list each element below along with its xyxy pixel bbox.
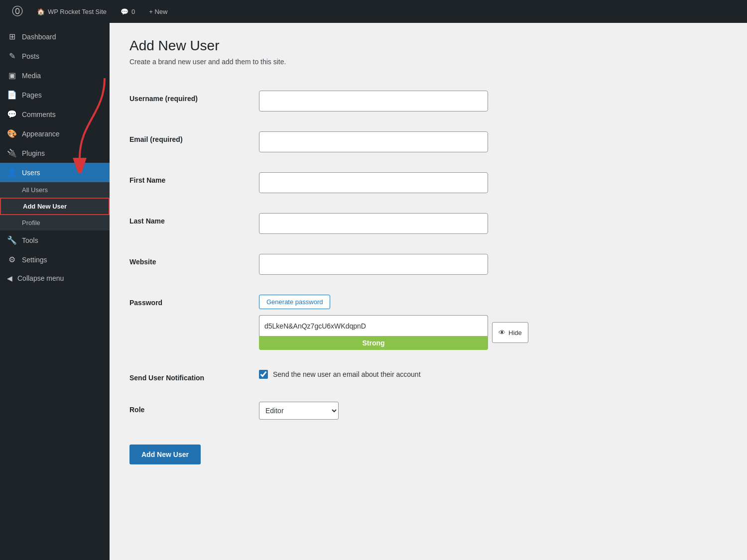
lastname-row: Last Name	[129, 203, 727, 244]
page-subtitle: Create a brand new user and add them to …	[129, 58, 727, 66]
lastname-label: Last Name	[129, 213, 259, 225]
sidebar-label-media: Media	[22, 72, 41, 80]
pages-icon: 📄	[7, 90, 17, 100]
comments-item[interactable]: 💬 0	[114, 0, 142, 23]
users-icon: 👤	[7, 168, 17, 177]
lastname-input[interactable]	[259, 213, 488, 234]
hide-label: Hide	[508, 329, 522, 336]
sidebar-label-pages: Pages	[22, 91, 42, 99]
website-row: Website	[129, 244, 727, 285]
sidebar-item-tools[interactable]: 🔧 Tools	[0, 230, 110, 250]
hide-password-button[interactable]: 👁 Hide	[492, 322, 528, 343]
notification-field: Send the new user an email about their a…	[259, 370, 727, 379]
comments-side-icon: 💬	[7, 110, 17, 119]
wp-logo[interactable]: ⓪	[5, 0, 30, 23]
sidebar-label-users: Users	[22, 169, 40, 177]
sidebar-item-posts[interactable]: ✎ Posts	[0, 46, 110, 66]
posts-icon: ✎	[7, 51, 17, 61]
admin-bar: ⓪ 🏠 WP Rocket Test Site 💬 0 + New	[0, 0, 747, 23]
password-input-wrap: Strong	[259, 315, 488, 350]
tools-icon: 🔧	[7, 235, 17, 245]
username-field	[259, 91, 727, 112]
notification-row: Send User Notification Send the new user…	[129, 360, 727, 392]
username-input[interactable]	[259, 91, 488, 112]
sidebar-label-settings: Settings	[22, 256, 47, 264]
notification-checkbox-row: Send the new user an email about their a…	[259, 370, 727, 379]
password-label: Password	[129, 295, 259, 307]
role-label: Role	[129, 402, 259, 414]
firstname-label: First Name	[129, 172, 259, 184]
settings-icon: ⚙	[7, 255, 17, 264]
email-row: Email (required)	[129, 121, 727, 162]
submenu-all-users[interactable]: All Users	[0, 182, 110, 198]
sidebar-label-plugins: Plugins	[22, 149, 45, 157]
notification-checkbox[interactable]	[259, 370, 268, 379]
submit-row: Add New User	[129, 430, 727, 464]
lastname-field	[259, 213, 727, 234]
sidebar: ⊞ Dashboard ✎ Posts ▣ Media 📄 Pages 💬 Co…	[0, 23, 110, 560]
appearance-icon: 🎨	[7, 129, 17, 138]
sidebar-label-comments: Comments	[22, 111, 56, 118]
sidebar-label-posts: Posts	[22, 52, 39, 60]
firstname-field	[259, 172, 727, 193]
media-icon: ▣	[7, 71, 17, 80]
sidebar-label-dashboard: Dashboard	[22, 33, 56, 41]
generate-password-button[interactable]: Generate password	[259, 295, 330, 309]
collapse-label: Collapse menu	[17, 274, 64, 282]
sidebar-item-pages[interactable]: 📄 Pages	[0, 85, 110, 105]
plugins-icon: 🔌	[7, 148, 17, 158]
submenu-profile[interactable]: Profile	[0, 215, 110, 230]
password-input[interactable]	[259, 315, 488, 336]
site-name-item[interactable]: 🏠 WP Rocket Test Site	[30, 0, 114, 23]
email-field	[259, 131, 727, 152]
sidebar-item-dashboard[interactable]: ⊞ Dashboard	[0, 27, 110, 46]
sidebar-item-settings[interactable]: ⚙ Settings	[0, 250, 110, 269]
sidebar-item-plugins[interactable]: 🔌 Plugins	[0, 143, 110, 163]
sidebar-item-comments[interactable]: 💬 Comments	[0, 105, 110, 124]
collapse-icon: ◀	[7, 274, 12, 282]
sidebar-item-media[interactable]: ▣ Media	[0, 66, 110, 85]
new-item[interactable]: + New	[142, 0, 174, 23]
sidebar-label-appearance: Appearance	[22, 130, 60, 138]
sidebar-label-tools: Tools	[22, 236, 38, 244]
website-label: Website	[129, 254, 259, 266]
firstname-input[interactable]	[259, 172, 488, 193]
password-field: Generate password Strong 👁 Hide	[259, 295, 727, 350]
wp-logo-icon: ⓪	[12, 4, 23, 19]
password-row: Password Generate password Strong 👁 Hide	[129, 285, 727, 360]
page-title: Add New User	[129, 38, 727, 54]
content-area: Add New User Create a brand new user and…	[110, 23, 747, 560]
email-input[interactable]	[259, 131, 488, 152]
role-select[interactable]: Editor Administrator Author Contributor …	[259, 402, 339, 420]
website-field	[259, 254, 727, 275]
submenu-add-new-user[interactable]: Add New User	[0, 198, 110, 215]
sidebar-item-appearance[interactable]: 🎨 Appearance	[0, 124, 110, 143]
site-name: WP Rocket Test Site	[48, 8, 107, 15]
role-row: Role Editor Administrator Author Contrib…	[129, 392, 727, 430]
website-input[interactable]	[259, 254, 488, 275]
new-label: + New	[149, 8, 167, 15]
firstname-row: First Name	[129, 162, 727, 203]
sidebar-item-users[interactable]: 👤 Users	[0, 163, 110, 182]
collapse-menu[interactable]: ◀ Collapse menu	[0, 269, 110, 287]
notification-label: Send User Notification	[129, 370, 259, 382]
username-label: Username (required)	[129, 91, 259, 103]
main-layout: ⊞ Dashboard ✎ Posts ▣ Media 📄 Pages 💬 Co…	[0, 23, 747, 560]
users-submenu: All Users Add New User Profile	[0, 182, 110, 230]
role-field: Editor Administrator Author Contributor …	[259, 402, 727, 420]
dashboard-icon: ⊞	[7, 32, 17, 41]
hide-icon: 👁	[498, 329, 505, 336]
comments-count: 0	[131, 8, 135, 15]
password-strength-indicator: Strong	[259, 336, 488, 350]
comments-icon: 💬	[121, 8, 128, 15]
username-row: Username (required)	[129, 81, 727, 121]
add-new-user-button[interactable]: Add New User	[129, 445, 201, 464]
email-label: Email (required)	[129, 131, 259, 143]
home-icon: 🏠	[37, 8, 45, 15]
notification-check-label: Send the new user an email about their a…	[273, 370, 421, 378]
